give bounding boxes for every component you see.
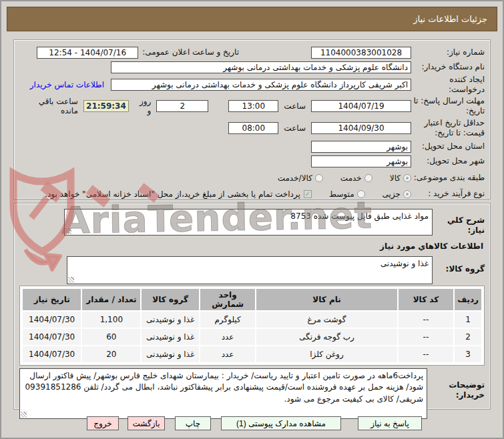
checkbox-checked-icon[interactable]: ✓ — [304, 190, 312, 198]
deadline-label: مهلت ارسال پاسخ: تا تاریخ: — [413, 96, 485, 116]
window-title-bar: جزئیات اطلاعات نیاز — [7, 7, 497, 31]
process-type-label: نوع فرآیند خرید : — [413, 189, 485, 199]
resize-grip-icon[interactable] — [65, 228, 71, 234]
radio-option-goods-service[interactable]: کالا/خدمت — [278, 173, 323, 183]
publish-datetime-field[interactable]: 1404/07/16 - 12:54 — [37, 47, 138, 59]
radio-option-service[interactable]: خدمت — [340, 173, 372, 183]
col-row-no: ردیف — [455, 289, 481, 310]
cell-item-name: گوشت مرغ — [256, 312, 397, 328]
resize-grip-icon[interactable] — [68, 277, 74, 283]
requester-row: ایجاد کننده درخواست: اکبر شریفی کارپرداز… — [19, 75, 485, 95]
radio-option-label: کالا — [390, 173, 401, 183]
items-section-heading: اطلاعات کالاهاي مورد نیاز — [21, 242, 483, 251]
cell-row-no: 3 — [455, 346, 481, 362]
validity-hour-label: ساعت — [278, 123, 311, 133]
buyer-contact-link[interactable]: اطلاعات تماس خریدار — [30, 80, 104, 89]
need-number-row: شماره نیاز: 1104000383001028 تاریخ و ساع… — [19, 45, 485, 59]
cell-row-no: 2 — [455, 329, 481, 345]
hours-remaining-label: ساعت باقي مانده — [19, 97, 81, 115]
radio-option-label: متوسط — [329, 189, 354, 199]
city-row: شهر محل تحویل: بوشهر — [19, 154, 485, 168]
col-need-date: تاریخ نیاز — [23, 289, 81, 310]
print-button[interactable]: چاپ — [175, 416, 211, 430]
need-number-label: شماره نیاز: — [413, 47, 485, 57]
cell-need-date: 1404/07/30 — [23, 312, 81, 328]
publish-datetime-label: تاریخ و ساعت اعلان عمومی: — [142, 47, 239, 57]
page-title: جزئیات اطلاعات نیاز — [413, 14, 487, 24]
cell-item-code: -- — [399, 346, 453, 362]
province-field[interactable]: بوشهر — [311, 141, 411, 153]
cell-quantity: 1,100 — [82, 312, 140, 328]
radio-option-goods[interactable]: کالا — [390, 173, 411, 183]
item-group-textarea[interactable]: غذا و نوشیدنی — [67, 256, 433, 284]
radio-icon[interactable] — [315, 174, 323, 182]
items-table: ردیف کد کالا نام کالا واحد شمارش گروه کا… — [21, 288, 483, 364]
deadline-date-field[interactable]: 1404/07/19 — [311, 100, 411, 112]
city-label: شهر محل تحویل: — [413, 156, 485, 166]
action-buttons-row: پاسخ به نیاز مشاهده مدارک پیوستی (1) چاپ… — [1, 416, 503, 430]
classification-row: طبقه بندی موضوعی: کالا خدمت کالا/خدمت — [19, 171, 485, 185]
province-row: استان محل تحویل: بوشهر — [19, 139, 485, 153]
buyer-notes-value: پرداخت6ماهه در صورت تامین اعتبار و تایید… — [25, 371, 423, 404]
respond-to-need-button[interactable]: پاسخ به نیاز — [358, 416, 422, 430]
col-item-name: نام کالا — [256, 289, 397, 310]
need-desc-textarea[interactable]: مواد غذایی طبق فایل پیوست شده 8753 — [64, 209, 433, 236]
deadline-time-field[interactable]: 13:00 — [228, 100, 278, 112]
items-groupbox: شرح کلي نیاز: مواد غذایی طبق فایل پیوست … — [13, 203, 491, 410]
city-field[interactable]: بوشهر — [311, 155, 411, 167]
deadline-row: مهلت ارسال پاسخ: تا تاریخ: 1404/07/19 سا… — [19, 95, 485, 117]
days-remaining-field[interactable]: 2 — [156, 100, 208, 112]
radio-selected-icon[interactable] — [403, 190, 411, 198]
cell-unit: عدد — [200, 329, 255, 345]
radio-option-label: کالا/خدمت — [278, 173, 312, 183]
item-group-label: گروه کالا: — [434, 256, 485, 274]
radio-icon[interactable] — [364, 174, 372, 182]
view-attachments-button[interactable]: مشاهده مدارک پیوستی (1) — [221, 416, 341, 430]
need-desc-label: شرح کلي نیاز: — [434, 209, 485, 236]
province-label: استان محل تحویل: — [413, 141, 485, 151]
need-number-field[interactable]: 1104000383001028 — [311, 47, 411, 59]
price-validity-row: حداقل تاریخ اعتبار قیمت: تا تاریخ: 1404/… — [19, 117, 485, 139]
cell-group: غذا و نوشیدنی — [142, 312, 199, 328]
general-info-groupbox: شماره نیاز: 1104000383001028 تاریخ و ساع… — [13, 39, 491, 199]
items-table-wrapper: ردیف کد کالا نام کالا واحد شمارش گروه کا… — [19, 286, 485, 366]
cell-item-name: روغن کلزا — [256, 346, 397, 362]
radio-icon[interactable] — [357, 190, 365, 198]
buyer-notes-label: توضیحات خریدار: — [429, 368, 485, 400]
cell-item-code: -- — [399, 329, 453, 345]
treasury-checkbox-option[interactable]: ✓ پرداخت تمام یا بخشی از مبلغ خرید،از مح… — [45, 189, 312, 199]
buyer-org-field[interactable]: دانشگاه علوم پزشکی و خدمات بهداشتی درمان… — [111, 61, 411, 73]
radio-option-label: خدمت — [340, 173, 362, 183]
cell-row-no: 1 — [455, 312, 481, 328]
requester-field[interactable]: اکبر شریفی کارپرداز دانشگاه علوم پزشکی و… — [111, 79, 411, 91]
cell-need-date: 1404/07/30 — [23, 329, 81, 345]
buyer-org-row: نام دستگاه خریدار: دانشگاه علوم پزشکی و … — [19, 60, 485, 74]
radio-option-label: جزیی — [383, 189, 401, 199]
need-desc-row: شرح کلي نیاز: مواد غذایی طبق فایل پیوست … — [19, 209, 485, 236]
deadline-hour-label: ساعت — [278, 101, 311, 111]
validity-time-field[interactable]: 08:00 — [228, 122, 278, 134]
cell-group: غذا و نوشیدنی — [142, 346, 199, 362]
exit-button[interactable]: خروج — [87, 416, 119, 430]
radio-option-minor[interactable]: جزیی — [383, 189, 411, 199]
col-quantity: تعداد / مقدار — [82, 289, 140, 310]
cell-quantity: 20 — [82, 346, 140, 362]
col-item-code: کد کالا — [399, 289, 453, 310]
item-group-value: غذا و نوشیدنی — [381, 259, 429, 268]
radio-selected-icon[interactable] — [403, 174, 411, 182]
radio-option-medium[interactable]: متوسط — [329, 189, 365, 199]
col-group: گروه کالا — [142, 289, 199, 310]
cell-item-name: رب گوجه فرنگی — [256, 329, 397, 345]
cell-unit: عدد — [200, 346, 255, 362]
table-row: 1 -- گوشت مرغ کیلوگرم غذا و نوشیدنی 1,10… — [23, 312, 481, 328]
cell-unit: کیلوگرم — [200, 312, 255, 328]
cell-group: غذا و نوشیدنی — [142, 329, 199, 345]
countdown-timer: 21:59:34 — [83, 100, 129, 112]
cell-item-code: -- — [399, 312, 453, 328]
col-unit: واحد شمارش — [200, 289, 255, 310]
back-button[interactable]: بازگشت — [128, 416, 165, 430]
cell-quantity: 60 — [82, 329, 140, 345]
validity-date-field[interactable]: 1404/09/30 — [311, 122, 411, 134]
buyer-notes-textarea[interactable]: پرداخت6ماهه در صورت تامین اعتبار و تایید… — [19, 368, 427, 419]
need-desc-value: مواد غذایی طبق فایل پیوست شده 8753 — [290, 211, 429, 221]
